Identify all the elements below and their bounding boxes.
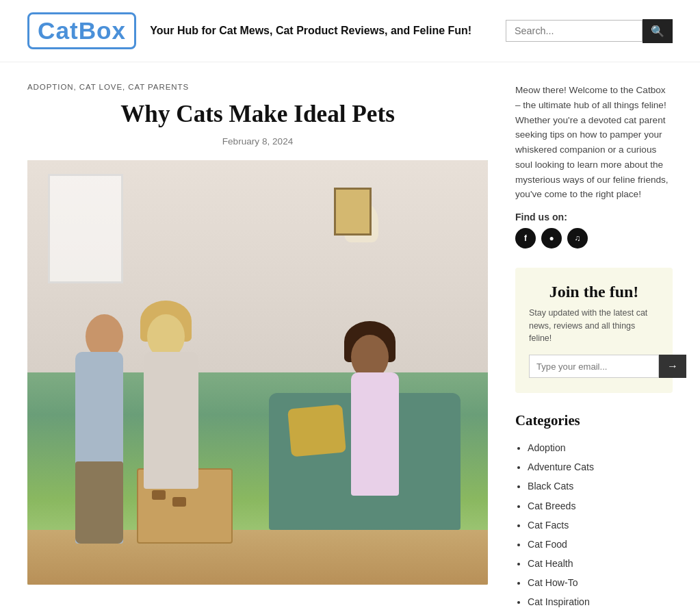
search-input[interactable] — [506, 20, 643, 42]
newsletter-subtitle: Stay updated with the latest cat news, r… — [529, 307, 659, 345]
tiktok-icon[interactable]: ♫ — [567, 228, 588, 249]
list-item[interactable]: Cat How-To — [528, 573, 673, 592]
categories-title: Categories — [515, 412, 673, 429]
list-item[interactable]: Black Cats — [528, 476, 673, 496]
site-logo[interactable]: CatBox — [27, 12, 136, 49]
list-item[interactable]: Cat Health — [528, 554, 673, 573]
sidebar-intro-widget: Meow there! Welcome to the Catbox – the … — [515, 83, 673, 249]
list-item[interactable]: Cat Breeds — [528, 496, 673, 516]
list-item[interactable]: Cat Facts — [528, 516, 673, 535]
facebook-icon[interactable]: f — [515, 228, 536, 249]
instagram-icon[interactable]: ● — [541, 228, 562, 249]
newsletter-form: → — [529, 355, 659, 378]
list-item[interactable]: Adoption — [528, 438, 673, 457]
article-image — [27, 160, 488, 585]
categories-list: AdoptionAdventure CatsBlack CatsCat Bree… — [515, 438, 673, 610]
newsletter-widget: Join the fun! Stay updated with the late… — [515, 268, 673, 393]
site-tagline: Your Hub for Cat Mews, Cat Product Revie… — [150, 23, 492, 38]
search-button[interactable]: 🔍 — [643, 19, 673, 43]
sidebar: Meow there! Welcome to the Catbox – the … — [515, 83, 673, 610]
newsletter-title: Join the fun! — [529, 283, 659, 301]
breadcrumb: ADOPTION, CAT LOVE, CAT PARENTS — [27, 83, 488, 91]
search-area: 🔍 — [506, 19, 673, 43]
categories-widget: Categories AdoptionAdventure CatsBlack C… — [515, 412, 673, 610]
find-us-label: Find us on: — [515, 212, 673, 223]
list-item[interactable]: Cat Food — [528, 535, 673, 554]
list-item[interactable]: Cat Inspiration — [528, 592, 673, 610]
newsletter-submit-button[interactable]: → — [659, 355, 686, 378]
page-container: ADOPTION, CAT LOVE, CAT PARENTS Why Cats… — [0, 62, 700, 610]
main-content: ADOPTION, CAT LOVE, CAT PARENTS Why Cats… — [27, 83, 488, 610]
article-title: Why Cats Make Ideal Pets — [27, 99, 488, 129]
social-icons: f ● ♫ — [515, 228, 673, 249]
list-item[interactable]: Adventure Cats — [528, 457, 673, 476]
article-date: February 8, 2024 — [27, 136, 488, 147]
newsletter-email-input[interactable] — [529, 355, 659, 378]
sidebar-intro-text: Meow there! Welcome to the Catbox – the … — [515, 83, 673, 202]
site-header: CatBox Your Hub for Cat Mews, Cat Produc… — [0, 0, 700, 62]
